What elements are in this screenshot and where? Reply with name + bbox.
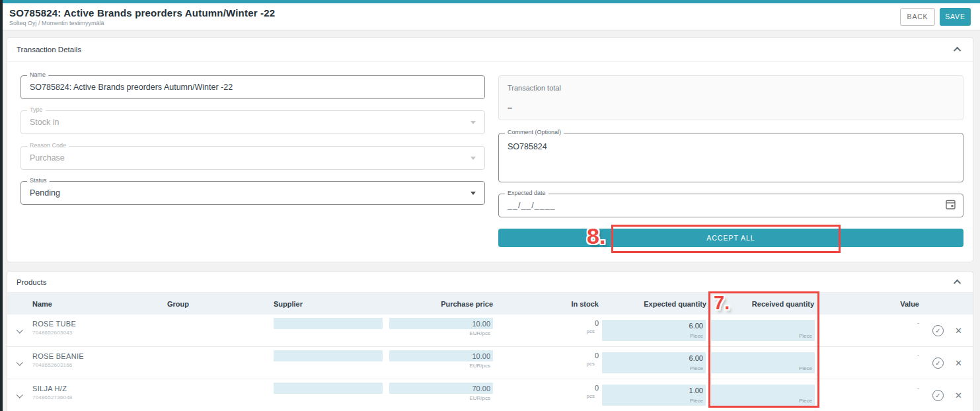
value-cell: -: [817, 379, 926, 411]
col-header-group: Group: [159, 300, 268, 308]
col-header-value: Value: [817, 300, 926, 308]
name-field[interactable]: Name SO785824: Active Brands preorders A…: [20, 75, 485, 99]
expand-row-icon[interactable]: [16, 326, 22, 333]
expected-quantity-input[interactable]: 6.00 Piece: [602, 352, 706, 373]
section-title: Transaction Details: [17, 46, 81, 54]
comment-field-value: SO785824: [508, 142, 547, 151]
received-quantity-input[interactable]: Piece: [711, 320, 815, 341]
received-quantity-unit: Piece: [799, 398, 812, 404]
comment-field[interactable]: Comment (Optional) SO785824: [498, 133, 963, 182]
product-code: 7048652603043: [32, 330, 159, 336]
in-stock-unit: pcs: [587, 328, 595, 334]
reason-code-select[interactable]: Reason Code Purchase: [20, 146, 485, 170]
status-select[interactable]: Status Pending: [20, 181, 485, 205]
remove-row-icon[interactable]: ✕: [955, 326, 962, 336]
expected-date-value: __/__/____: [508, 201, 556, 210]
group-cell: [159, 379, 268, 411]
expected-quantity-unit: Piece: [690, 365, 703, 371]
left-edge-strip: [0, 0, 3, 411]
col-header-purchase-price: Purchase price: [384, 300, 494, 308]
in-stock-unit: pcs: [587, 361, 595, 367]
purchase-price-input[interactable]: 10.00: [389, 350, 493, 361]
group-cell: [159, 315, 268, 346]
received-quantity-input[interactable]: Piece: [711, 352, 815, 373]
reason-code-label: Reason Code: [27, 143, 69, 149]
remove-row-icon[interactable]: ✕: [955, 358, 962, 368]
supplier-input[interactable]: [274, 350, 383, 361]
purchase-price-input[interactable]: 10.00: [389, 318, 493, 329]
in-stock-value: 0: [595, 352, 599, 359]
product-code: 7048652736048: [32, 394, 159, 400]
app-header: SO785824: Active Brands preorders Autumn…: [3, 3, 980, 30]
transaction-details-card: Transaction Details Name SO785824: Activ…: [7, 37, 973, 262]
type-select-value: Stock in: [30, 118, 59, 127]
supplier-input[interactable]: [274, 318, 383, 329]
back-button[interactable]: BACK: [900, 8, 935, 26]
expected-quantity-input[interactable]: 1.00 Piece: [602, 385, 706, 406]
chevron-up-icon[interactable]: [954, 47, 961, 54]
table-row: ROSE BEANIE 7048652603166 10.00 EUR/pcs …: [7, 347, 973, 379]
remove-row-icon[interactable]: ✕: [955, 391, 962, 400]
received-quantity-unit: Piece: [799, 365, 812, 371]
accept-row-icon[interactable]: ✓: [932, 325, 944, 336]
product-code: 7048652603166: [32, 362, 159, 368]
received-quantity-unit: Piece: [799, 333, 812, 339]
price-unit: EUR/pcs: [469, 395, 490, 401]
save-button[interactable]: SAVE: [940, 8, 971, 26]
name-field-value: SO785824: Active Brands preorders Autumn…: [30, 83, 233, 92]
expand-row-icon[interactable]: [16, 391, 22, 398]
table-row: ROSE TUBE 7048652603043 10.00 EUR/pcs 0 …: [7, 315, 973, 347]
product-name: SILJA H/Z: [32, 385, 159, 392]
col-header-received-quantity: Received quantity: [708, 300, 817, 308]
status-select-value: Pending: [30, 188, 60, 198]
page-title: SO785824: Active Brands preorders Autumn…: [9, 7, 275, 19]
reason-code-value: Purchase: [30, 153, 65, 163]
accept-all-button[interactable]: ACCEPT ALL: [498, 229, 963, 247]
transaction-total-panel: Transaction total –: [498, 75, 963, 120]
accept-row-icon[interactable]: ✓: [932, 390, 944, 401]
products-card: Products Name Group Supplier Purchase pr…: [7, 271, 973, 411]
caret-down-icon: [471, 121, 476, 124]
col-header-in-stock: In stock: [494, 300, 600, 308]
supplier-input[interactable]: [274, 383, 383, 394]
expand-row-icon[interactable]: [16, 359, 22, 365]
purchase-price-input[interactable]: 70.00: [389, 383, 493, 394]
expected-quantity-unit: Piece: [690, 398, 703, 404]
title-block: SO785824: Active Brands preorders Autumn…: [9, 7, 275, 26]
expected-quantity-value: 6.00: [689, 322, 703, 330]
caret-down-icon: [471, 157, 476, 160]
col-header-expected-quantity: Expected quantity: [600, 300, 708, 308]
top-accent-bar: [0, 0, 980, 3]
price-unit: EUR/pcs: [469, 363, 490, 369]
price-unit: EUR/pcs: [469, 330, 490, 336]
expected-quantity-value: 1.00: [689, 387, 703, 394]
expected-quantity-unit: Piece: [690, 333, 703, 339]
status-select-label: Status: [27, 178, 50, 184]
type-select[interactable]: Type Stock in: [20, 110, 485, 134]
col-header-name: Name: [32, 300, 159, 308]
transaction-total-label: Transaction total: [508, 84, 561, 92]
header-buttons: BACK SAVE: [900, 8, 971, 26]
breadcrumb: Solteq Oyj / Momentin testimyymälä: [9, 20, 275, 26]
accept-row-icon[interactable]: ✓: [932, 357, 944, 369]
page: SO785824: Active Brands preorders Autumn…: [0, 0, 980, 411]
section-title: Products: [17, 278, 46, 286]
value-cell: -: [817, 347, 926, 379]
group-cell: [159, 347, 268, 379]
product-name: ROSE TUBE: [32, 320, 159, 328]
transaction-details-header: Transaction Details: [7, 38, 973, 62]
in-stock-value: 0: [595, 319, 599, 327]
col-header-supplier: Supplier: [268, 300, 384, 308]
comment-field-label: Comment (Optional): [505, 130, 564, 136]
expected-quantity-value: 6.00: [689, 354, 703, 362]
in-stock-value: 0: [595, 384, 599, 392]
calendar-icon[interactable]: [946, 199, 956, 212]
table-row: SILJA H/Z 7048652736048 70.00 EUR/pcs 0 …: [7, 379, 973, 411]
expected-quantity-input[interactable]: 6.00 Piece: [602, 320, 706, 341]
name-field-label: Name: [27, 72, 48, 79]
products-table-header: Name Group Supplier Purchase price In st…: [7, 293, 973, 315]
chevron-up-icon[interactable]: [954, 279, 961, 286]
type-select-label: Type: [27, 107, 46, 114]
received-quantity-input[interactable]: Piece: [711, 385, 815, 406]
expected-date-field[interactable]: Expected date __/__/____: [498, 194, 963, 217]
